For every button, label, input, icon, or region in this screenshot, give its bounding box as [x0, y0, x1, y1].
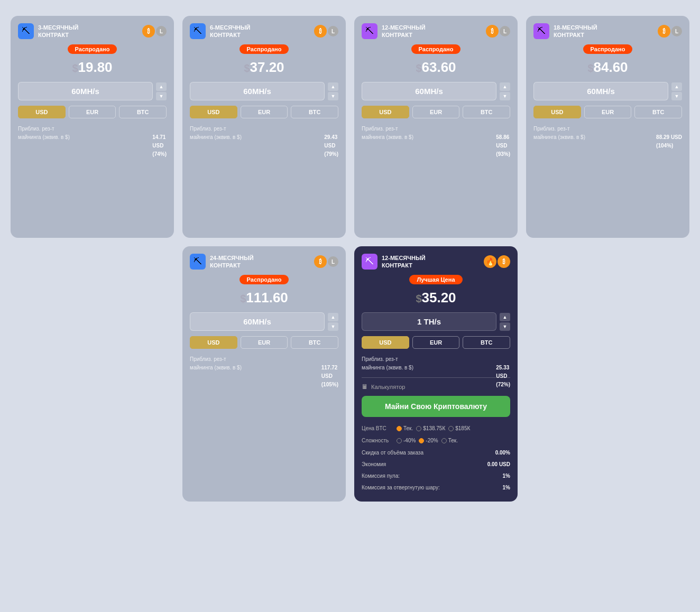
rejected-share-value: 1% [503, 483, 510, 493]
economy-value: 0.00 USD [487, 459, 510, 470]
currency-btc-6m[interactable]: BTC [291, 106, 338, 118]
hashrate-input-6m[interactable] [190, 82, 325, 100]
currency-usd-18m[interactable]: USD [533, 106, 581, 118]
stepper-down-12m-top[interactable]: ▼ [500, 92, 510, 100]
currency-eur-6m[interactable]: EUR [241, 106, 288, 118]
top-cards-grid: ⛏ 3-МЕСЯЧНЫЙ КОНТРАКТ ₿ L Распродано $19… [11, 16, 689, 238]
stepper-up-6m[interactable]: ▲ [328, 82, 338, 91]
price-24m: $111.60 [190, 290, 338, 306]
currency-btc-3m[interactable]: BTC [119, 106, 167, 118]
hashrate-row-24m: ▲ ▼ [190, 312, 338, 331]
calculator-icon: 🖩 [362, 383, 368, 391]
currency-usd-6m[interactable]: USD [190, 106, 237, 118]
price-18m: $84.60 [533, 59, 682, 76]
currency-usd-12m-top[interactable]: USD [362, 106, 409, 118]
calculator-link[interactable]: 🖩 Калькулятор [362, 383, 496, 391]
stepper-6m: ▲ ▼ [328, 82, 338, 100]
mining-result-featured: Приблиз. рез-тмайнинга (эквив. в $) 25.3… [362, 355, 510, 372]
card-6m: ⛏ 6-МЕСЯЧНЫЙ КОНТРАКТ ₿ L Распродано $37… [182, 16, 346, 238]
hashrate-input-3m[interactable] [18, 82, 153, 100]
price-6m: $37.20 [190, 59, 338, 76]
hashrate-input-24m[interactable] [190, 312, 325, 331]
stepper-down-6m[interactable]: ▼ [328, 92, 338, 100]
price-featured: $35.20 [362, 290, 510, 306]
btc-icon-24m: ₿ [314, 255, 327, 268]
currency-btc-24m[interactable]: BTC [291, 336, 338, 349]
mine-button[interactable]: Майни Свою Криптовалюту [362, 396, 510, 417]
btc-icon-featured: ₿ [498, 255, 510, 268]
btc-icon-12m-top: ₿ [486, 25, 499, 38]
difficulty-label: Сложность [362, 435, 393, 446]
btc-price-opt-185k[interactable]: $185К [448, 423, 470, 434]
card-18m-title: 18-МЕСЯЧНЫЙ КОНТРАКТ [554, 24, 597, 39]
btc-icon-6m: ₿ [314, 25, 327, 38]
currency-eur-18m[interactable]: EUR [584, 106, 632, 118]
stepper-up-3m[interactable]: ▲ [156, 82, 167, 91]
sold-badge-24m: Распродано [190, 275, 338, 284]
stepper-12m-top: ▲ ▼ [500, 82, 510, 100]
divider-featured [362, 377, 510, 378]
difficulty-opt-20[interactable]: -20% [419, 435, 438, 446]
btc-price-opt-138k[interactable]: $138.75К [416, 423, 445, 434]
currency-eur-featured[interactable]: EUR [412, 336, 460, 349]
btc-price-label: Цена BTC [362, 423, 393, 434]
difficulty-opt-tek[interactable]: Тек. [441, 435, 458, 446]
card-24m: ⛏ 24-МЕСЯЧНЫЙ КОНТРАКТ ₿ L Распродано $1… [182, 246, 346, 502]
stepper-18m: ▲ ▼ [671, 82, 682, 100]
card-24m-header: ⛏ 24-МЕСЯЧНЫЙ КОНТРАКТ ₿ L [190, 254, 338, 270]
mining-result-24m: Приблиз. рез-тмайнинга (эквив. в $) 117.… [190, 355, 338, 372]
currency-eur-3m[interactable]: EUR [69, 106, 116, 118]
currency-row-6m: USD EUR BTC [190, 106, 338, 118]
card-12m-top: ⛏ 12-МЕСЯЧНЫЙ КОНТРАКТ ₿ L Распродано $6… [354, 16, 518, 238]
stepper-down-featured[interactable]: ▼ [500, 322, 510, 331]
currency-row-18m: USD EUR BTC [533, 106, 682, 118]
currency-usd-featured[interactable]: USD [362, 336, 409, 349]
btc-fire-icon-featured: 🔥 [484, 255, 496, 268]
stepper-up-18m[interactable]: ▲ [671, 82, 682, 91]
stepper-up-featured[interactable]: ▲ [500, 313, 510, 321]
currency-btc-featured[interactable]: BTC [463, 336, 510, 349]
hashrate-row-featured: ▲ ▼ [362, 312, 510, 331]
card-24m-title: 24-МЕСЯЧНЫЙ КОНТРАКТ [210, 254, 254, 270]
sold-badge-12m-top: Распродано [362, 44, 510, 54]
hashrate-input-featured[interactable] [362, 312, 496, 331]
hashrate-row-18m: ▲ ▼ [533, 82, 682, 100]
currency-usd-3m[interactable]: USD [18, 106, 66, 118]
hashrate-row-3m: ▲ ▼ [18, 82, 167, 100]
currency-btc-12m-top[interactable]: BTC [463, 106, 510, 118]
volume-discount-row: Скидка от объёма заказа 0.00% [362, 448, 510, 458]
stepper-down-18m[interactable]: ▼ [671, 92, 682, 100]
currency-row-24m: USD EUR BTC [190, 336, 338, 349]
volume-discount-label: Скидка от объёма заказа [362, 448, 423, 458]
difficulty-row: Сложность -40% -20% Тек. [362, 435, 510, 446]
hashrate-input-12m-top[interactable] [362, 82, 496, 100]
stepper-up-12m-top[interactable]: ▲ [500, 82, 510, 91]
card-3m-title: 3-МЕСЯЧНЫЙ КОНТРАКТ [38, 24, 78, 39]
currency-usd-24m[interactable]: USD [190, 336, 237, 349]
currency-eur-24m[interactable]: EUR [241, 336, 288, 349]
calculator-label: Калькулятор [371, 384, 405, 390]
ltc-icon-3m: L [156, 26, 167, 36]
empty-col-1 [11, 246, 174, 502]
stepper-up-24m[interactable]: ▲ [328, 313, 338, 321]
ltc-icon-12m-top: L [500, 26, 510, 36]
bottom-cards-grid: ⛏ 24-МЕСЯЧНЫЙ КОНТРАКТ ₿ L Распродано $1… [11, 246, 689, 502]
pick-icon-12m-top: ⛏ [362, 23, 377, 39]
card-3m: ⛏ 3-МЕСЯЧНЫЙ КОНТРАКТ ₿ L Распродано $19… [11, 16, 174, 238]
card-featured-title: 12-МЕСЯЧНЫЙ КОНТРАКТ [382, 254, 426, 270]
mining-result-6m: Приблиз. рез-тмайнинга (эквив. в $) 29.4… [190, 125, 338, 142]
stepper-down-3m[interactable]: ▼ [156, 92, 167, 100]
currency-btc-18m[interactable]: BTC [634, 106, 682, 118]
pick-icon-3m: ⛏ [18, 23, 34, 39]
stepper-down-24m[interactable]: ▼ [328, 322, 338, 331]
price-3m: $19.80 [18, 59, 167, 76]
currency-row-featured: USD EUR BTC [362, 336, 510, 349]
hashrate-row-12m-top: ▲ ▼ [362, 82, 510, 100]
volume-discount-value: 0.00% [495, 448, 510, 458]
btc-price-opt-tek[interactable]: Тек. [397, 423, 413, 434]
rejected-share-row: Комиссия за отвергнутую шару: 1% [362, 483, 510, 493]
hashrate-input-18m[interactable] [533, 82, 668, 100]
currency-eur-12m-top[interactable]: EUR [412, 106, 460, 118]
difficulty-opt-40[interactable]: -40% [397, 435, 416, 446]
pool-fee-value: 1% [503, 471, 510, 481]
